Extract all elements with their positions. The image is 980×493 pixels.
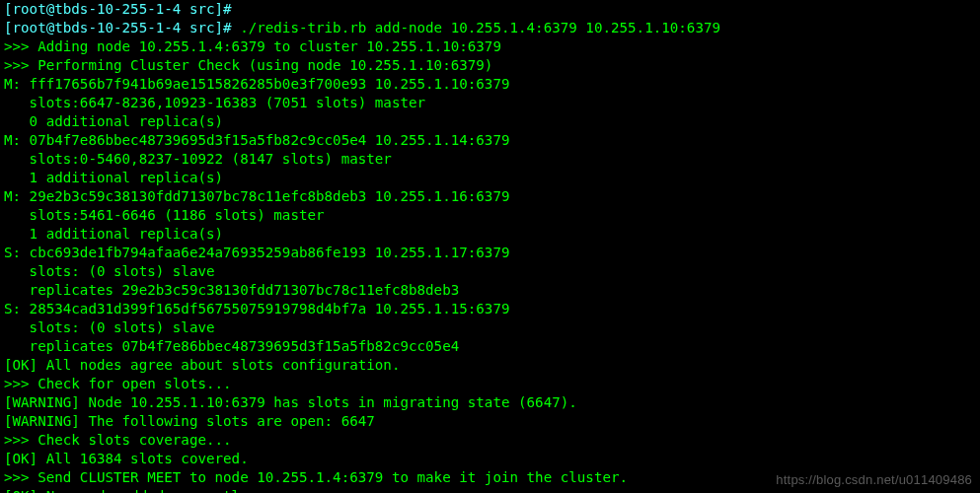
output-line: [WARNING] Node 10.255.1.10:6379 has slot… [4,393,976,412]
output-line: S: cbc693de1fb794afaa6e24a76935259ab86fe… [4,244,976,262]
prompt-line: [root@tbds-10-255-1-4 src]# ./redis-trib… [4,19,976,37]
output-line: slots:5461-6646 (1186 slots) master [4,206,976,225]
output-line: 1 additional replica(s) [4,225,976,244]
output-line: slots:0-5460,8237-10922 (8147 slots) mas… [4,150,976,169]
output-line: 0 additional replica(s) [4,112,976,131]
output-line: S: 28534cad31d399f165df56755075919798d4b… [4,300,976,318]
output-line: [OK] New node added correctly. [4,487,976,493]
output-line: >>> Adding node 10.255.1.4:6379 to clust… [4,37,976,56]
prompt-line: [root@tbds-10-255-1-4 src]# [4,0,976,19]
output-line: 1 additional replica(s) [4,169,976,187]
output-line: >>> Performing Cluster Check (using node… [4,56,976,75]
command-text: ./redis-trib.rb add-node 10.255.1.4:6379… [232,20,720,35]
output-line: >>> Check slots coverage... [4,431,976,450]
shell-prompt: [root@tbds-10-255-1-4 src]# [4,1,232,17]
output-line: M: 07b4f7e86bbec48739695d3f15a5fb82c9cc0… [4,131,976,150]
output-line: M: fff17656b7f941b69ae1515826285b0e3f700… [4,75,976,94]
terminal-window[interactable]: [root@tbds-10-255-1-4 src]#[root@tbds-10… [0,0,980,493]
output-line: slots: (0 slots) slave [4,318,976,337]
output-line: replicates 29e2b3c59c38130fdd71307bc78c1… [4,281,976,300]
output-line: [OK] All nodes agree about slots configu… [4,356,976,375]
watermark-text: https://blog.csdn.net/u011409486 [776,472,972,487]
output-line: M: 29e2b3c59c38130fdd71307bc78c11efc8b8d… [4,187,976,206]
output-line: [WARNING] The following slots are open: … [4,412,976,431]
output-line: >>> Check for open slots... [4,375,976,393]
output-line: [OK] All 16384 slots covered. [4,450,976,468]
output-line: replicates 07b4f7e86bbec48739695d3f15a5f… [4,337,976,356]
output-line: slots: (0 slots) slave [4,262,976,281]
shell-prompt: [root@tbds-10-255-1-4 src]# [4,20,232,35]
output-line: slots:6647-8236,10923-16383 (7051 slots)… [4,94,976,112]
